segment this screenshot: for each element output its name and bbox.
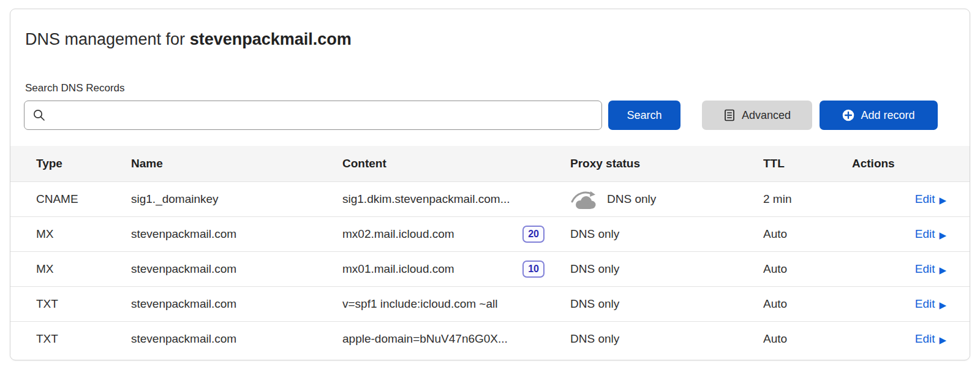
edit-label: Edit [915,332,935,346]
record-ttl: Auto [763,297,852,311]
record-name: stevenpackmail.com [131,332,342,346]
page-title-prefix: DNS management for [25,30,190,48]
table-row: MX stevenpackmail.com mx02.mail.icloud.c… [10,216,970,251]
record-content: apple-domain=bNuV47n6G0X... [342,332,570,346]
table-header-row: Type Name Content Proxy status TTL Actio… [10,146,970,181]
edit-label: Edit [915,192,935,206]
proxy-status-text: DNS only [607,192,656,206]
record-ttl: Auto [763,332,852,346]
table-row: TXT stevenpackmail.com apple-domain=bNuV… [10,321,970,356]
search-controls: Search Advanced Add recor [24,101,970,130]
advanced-button[interactable]: Advanced [702,101,812,130]
header-name: Name [131,157,342,170]
dns-records-table: Type Name Content Proxy status TTL Actio… [10,146,970,356]
record-ttl: Auto [763,227,852,241]
edit-button[interactable]: Edit▶ [915,192,946,206]
proxy-status-cell: DNS only [570,189,763,210]
edit-label: Edit [915,297,935,311]
record-content-text: apple-domain=bNuV47n6G0X... [342,332,508,346]
edit-arrow-icon: ▶ [939,265,946,275]
edit-arrow-icon: ▶ [939,196,946,205]
actions-cell: Edit▶ [852,262,970,276]
record-type: MX [10,262,131,276]
record-type: TXT [10,332,131,346]
record-content-text: sig1.dkim.stevenpackmail.com... [342,192,510,206]
search-icon [32,108,46,122]
record-content-text: v=spf1 include:icloud.com ~all [342,297,497,311]
mx-priority-badge: 10 [522,261,545,278]
mx-priority-badge: 20 [522,226,545,243]
record-type: MX [10,227,131,241]
page-title-domain: stevenpackmail.com [190,30,352,48]
header-proxy-status: Proxy status [570,157,763,170]
edit-button[interactable]: Edit▶ [915,227,946,241]
edit-arrow-icon: ▶ [939,335,946,344]
table-row: TXT stevenpackmail.com v=spf1 include:ic… [10,286,970,321]
record-content: mx01.mail.icloud.com 10 [342,261,570,278]
search-box [24,101,602,130]
record-content: v=spf1 include:icloud.com ~all [342,297,570,311]
proxy-status-text: DNS only [570,332,619,346]
actions-cell: Edit▶ [852,192,970,206]
advanced-button-label: Advanced [742,109,791,122]
search-input[interactable] [24,101,602,130]
proxy-status-cell: DNS only [570,332,763,346]
table-row: MX stevenpackmail.com mx01.mail.icloud.c… [10,251,970,286]
edit-button[interactable]: Edit▶ [915,297,946,311]
proxy-status-cell: DNS only [570,227,763,241]
actions-cell: Edit▶ [852,227,970,241]
record-ttl: 2 min [763,192,852,206]
search-label: Search DNS Records [25,82,970,94]
document-list-icon [723,108,736,122]
add-record-button[interactable]: Add record [820,101,938,130]
record-content: sig1.dkim.stevenpackmail.com... [342,192,570,206]
actions-cell: Edit▶ [852,332,970,346]
record-name: stevenpackmail.com [131,262,342,276]
search-button[interactable]: Search [608,101,680,130]
proxy-status-cell: DNS only [570,297,763,311]
header-content: Content [342,157,570,170]
edit-label: Edit [915,227,935,241]
record-name: sig1._domainkey [131,192,342,206]
record-content-text: mx01.mail.icloud.com [342,262,454,276]
edit-arrow-icon: ▶ [939,230,946,240]
edit-arrow-icon: ▶ [939,300,946,310]
actions-cell: Edit▶ [852,297,970,311]
dns-management-card: DNS management for stevenpackmail.com Se… [10,9,970,360]
proxy-status-text: DNS only [570,262,619,276]
proxy-status-cell: DNS only [570,262,763,276]
record-type: TXT [10,297,131,311]
record-type: CNAME [10,192,131,206]
record-ttl: Auto [763,262,852,276]
add-record-button-label: Add record [861,109,914,122]
record-content-text: mx02.mail.icloud.com [342,227,454,241]
table-row: CNAME sig1._domainkey sig1.dkim.stevenpa… [10,181,970,216]
record-name: stevenpackmail.com [131,297,342,311]
dns-only-cloud-icon [570,189,598,210]
plus-circle-icon [842,109,854,121]
record-content: mx02.mail.icloud.com 20 [342,226,570,243]
edit-button[interactable]: Edit▶ [915,332,946,346]
edit-label: Edit [915,262,935,276]
search-button-label: Search [627,109,662,122]
record-name: stevenpackmail.com [131,227,342,241]
proxy-status-text: DNS only [570,227,619,241]
edit-button[interactable]: Edit▶ [915,262,946,276]
header-actions: Actions [852,157,970,170]
proxy-status-text: DNS only [570,297,619,311]
header-type: Type [10,157,131,170]
header-ttl: TTL [763,157,852,170]
page-title: DNS management for stevenpackmail.com [25,30,970,49]
